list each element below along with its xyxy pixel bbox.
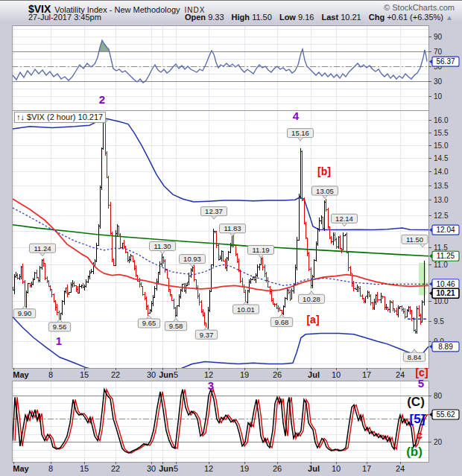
updown-arrows-icon: ↑↓ [16, 112, 25, 121]
svg-text:10.93: 10.93 [183, 255, 201, 263]
svg-text:12.14: 12.14 [335, 215, 353, 223]
svg-text:12.37: 12.37 [205, 207, 223, 215]
svg-text:Jun: Jun [159, 464, 174, 473]
price-panel-label: ↑↓ $VIX (2 hour) 10.217 [14, 112, 106, 123]
svg-text:20: 20 [434, 438, 443, 446]
svg-text:10.46: 10.46 [436, 280, 455, 288]
wave-label-2: 2 [99, 93, 105, 106]
svg-text:17: 17 [362, 464, 371, 473]
svg-text:30: 30 [434, 77, 443, 86]
svg-text:11.50: 11.50 [406, 235, 423, 244]
svg-text:16.0: 16.0 [434, 116, 449, 124]
svg-text:15.16: 15.16 [291, 129, 309, 137]
wave-label-b: [b] [317, 165, 331, 177]
wave-label-C: (C) [407, 395, 425, 409]
svg-text:26: 26 [273, 464, 282, 473]
svg-text:22: 22 [111, 370, 120, 379]
svg-text:13.05: 13.05 [316, 187, 334, 195]
wave-label-a: [a] [306, 314, 319, 326]
svg-text:12: 12 [204, 370, 213, 379]
svg-text:10: 10 [332, 370, 341, 379]
svg-text:90: 90 [434, 33, 443, 41]
svg-text:5: 5 [174, 464, 178, 473]
svg-text:9.56: 9.56 [53, 323, 67, 331]
chart-canvas: May8152230Jun5121926Jul101724May8152230J… [0, 1, 462, 476]
wave-label-5: 5 [418, 377, 424, 390]
svg-text:11.0: 11.0 [434, 261, 448, 269]
svg-text:8.84: 8.84 [408, 353, 422, 361]
svg-text:May: May [13, 464, 29, 473]
chart-background [0, 24, 462, 476]
price-panel-label-text: $VIX (2 hour) 10.217 [27, 112, 103, 121]
svg-text:11.25: 11.25 [437, 252, 455, 260]
svg-text:56.37: 56.37 [436, 57, 455, 66]
wave-label-5: [5] [410, 412, 425, 426]
last-bar-highlight [419, 263, 426, 295]
svg-text:11.19: 11.19 [252, 246, 269, 254]
svg-text:11.5: 11.5 [434, 244, 448, 252]
wave-label-3: 3 [208, 379, 214, 392]
svg-text:9.90: 9.90 [18, 309, 32, 317]
svg-text:13.0: 13.0 [434, 196, 449, 204]
svg-text:5: 5 [174, 370, 178, 379]
svg-text:9.65: 9.65 [142, 319, 156, 327]
svg-text:11.30: 11.30 [154, 242, 171, 250]
wave-label-1: 1 [56, 334, 62, 347]
svg-text:13.5: 13.5 [434, 182, 449, 190]
svg-text:8.89: 8.89 [438, 343, 453, 351]
svg-text:26: 26 [273, 370, 282, 379]
svg-text:11.83: 11.83 [224, 224, 241, 232]
svg-text:14.5: 14.5 [434, 154, 449, 162]
svg-text:Jun: Jun [159, 370, 174, 379]
svg-text:19: 19 [240, 370, 249, 379]
svg-text:55.62: 55.62 [436, 410, 455, 419]
svg-text:15.5: 15.5 [434, 129, 449, 137]
svg-text:9.68: 9.68 [275, 318, 289, 326]
stockcharts-chart-page: $VIXVolatility Index - New MethodologyIN… [0, 0, 462, 476]
svg-text:9.5: 9.5 [434, 317, 444, 326]
svg-text:24: 24 [396, 370, 405, 379]
svg-text:May: May [13, 370, 29, 379]
svg-text:Jul: Jul [308, 464, 320, 473]
svg-text:80: 80 [434, 392, 443, 400]
svg-text:Jul: Jul [308, 370, 320, 379]
svg-text:10: 10 [332, 464, 341, 473]
svg-text:14.0: 14.0 [434, 168, 449, 176]
svg-text:24: 24 [396, 464, 405, 473]
svg-text:12.5: 12.5 [434, 212, 449, 220]
svg-text:12.04: 12.04 [436, 226, 455, 234]
svg-text:8: 8 [48, 370, 53, 379]
svg-text:15: 15 [80, 370, 89, 379]
svg-text:22: 22 [111, 464, 120, 473]
svg-text:8: 8 [48, 464, 53, 473]
svg-text:30: 30 [147, 464, 156, 473]
svg-text:15: 15 [80, 464, 89, 473]
svg-text:10: 10 [434, 92, 443, 101]
wave-label-c: c [417, 428, 423, 441]
svg-text:12: 12 [204, 464, 213, 473]
svg-text:30: 30 [147, 370, 156, 379]
svg-text:10.01: 10.01 [237, 305, 255, 314]
svg-text:9.58: 9.58 [169, 322, 183, 330]
svg-text:10.28: 10.28 [303, 295, 320, 303]
wave-label-b: (b) [406, 445, 423, 459]
svg-text:17: 17 [362, 370, 371, 379]
svg-text:19: 19 [240, 464, 249, 473]
svg-text:70: 70 [434, 48, 443, 56]
svg-text:15.0: 15.0 [434, 142, 449, 150]
wave-label-4: 4 [293, 110, 300, 122]
svg-text:11.24: 11.24 [34, 244, 51, 253]
svg-text:10.21: 10.21 [436, 289, 455, 297]
svg-text:9.37: 9.37 [200, 331, 214, 339]
